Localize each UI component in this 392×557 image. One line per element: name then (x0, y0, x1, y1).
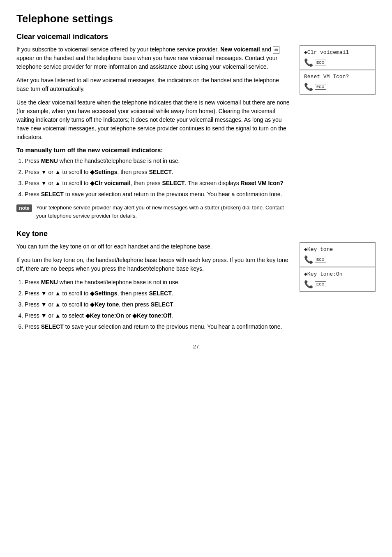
subheading1: To manually turn off the new voicemail i… (16, 146, 291, 153)
screen-text-2: Reset VM Icon? (304, 74, 371, 80)
section1-heading: Clear voicemail indicators (16, 32, 376, 41)
eco-row-4: 📞 ECO (304, 280, 371, 289)
screen-key-tone-on: ◆Key tone:On 📞 ECO (300, 267, 376, 292)
note-box: note Your telephone service provider may… (16, 204, 291, 220)
bold-new-voicemail: New voicemail (220, 46, 260, 53)
screen-reset-vm: Reset VM Icon? 📞 ECO (300, 70, 376, 95)
sidebar-screens-1: ◆Clr voicemail 📞 ECO Reset VM Icon? 📞 EC… (300, 45, 376, 225)
steps-list-1: Press MENU when the handset/telephone ba… (25, 157, 291, 199)
eco-row-3: 📞 ECO (304, 255, 371, 264)
steps-list-2: Press MENU when the handset/telephone ba… (25, 278, 291, 331)
handset-icon-3: 📞 (304, 255, 313, 264)
section2-text: You can turn the key tone on or off for … (16, 242, 291, 336)
section1-content: If you subscribe to voicemail service of… (16, 45, 376, 225)
kt-step3: Press ▼ or ▲ to scroll to ◆Key tone, the… (25, 300, 291, 309)
step2: Press ▼ or ▲ to scroll to ◆Settings, the… (25, 168, 291, 176)
para2: After you have listened to all new voice… (16, 76, 291, 93)
para3: Use the clear voicemail feature when the… (16, 98, 291, 142)
eco-row-2: 📞 ECO (304, 82, 371, 91)
handset-icon-2: 📞 (304, 82, 313, 91)
step3: Press ▼ or ▲ to scroll to ◆Clr voicemail… (25, 179, 291, 188)
section2-heading: Key tone (16, 230, 376, 238)
note-text: Your telephone service provider may aler… (36, 204, 291, 220)
handset-icon-4: 📞 (304, 280, 313, 289)
keytone-para1: You can turn the key tone on or off for … (16, 242, 291, 251)
section1-text: If you subscribe to voicemail service of… (16, 45, 291, 225)
eco-badge-4: ECO (315, 281, 326, 287)
eco-badge-2: ECO (315, 84, 326, 90)
kt-step4: Press ▼ or ▲ to select ◆Key tone:On or ◆… (25, 311, 291, 320)
eco-row-1: 📞 ECO (304, 58, 371, 67)
screen-text-3: ◆Key tone (304, 246, 371, 253)
step1: Press MENU when the handset/telephone ba… (25, 157, 291, 165)
voicemail-icon: ✉ (273, 46, 279, 54)
para1: If you subscribe to voicemail service of… (16, 45, 291, 71)
screen-text-4: ◆Key tone:On (304, 271, 371, 277)
kt-step1: Press MENU when the handset/telephone ba… (25, 278, 291, 287)
eco-badge-3: ECO (315, 257, 326, 262)
screen-clr-voicemail: ◆Clr voicemail 📞 ECO (300, 45, 376, 70)
section2-content: You can turn the key tone on or off for … (16, 242, 376, 336)
eco-badge-1: ECO (315, 60, 326, 65)
page-number: 27 (16, 343, 376, 350)
handset-icon-1: 📞 (304, 58, 313, 67)
step4: Press SELECT to save your selection and … (25, 190, 291, 199)
sidebar-screens-2: ◆Key tone 📞 ECO ◆Key tone:On 📞 ECO (300, 242, 376, 336)
note-label: note (16, 204, 32, 212)
screen-text-1: ◆Clr voicemail (304, 49, 371, 56)
screen-key-tone: ◆Key tone 📞 ECO (300, 242, 376, 267)
keytone-para2: If you turn the key tone on, the handset… (16, 256, 291, 273)
page-title: Telephone settings (16, 12, 376, 25)
kt-step2: Press ▼ or ▲ to scroll to ◆Settings, the… (25, 289, 291, 298)
kt-step5: Press SELECT to save your selection and … (25, 323, 291, 331)
